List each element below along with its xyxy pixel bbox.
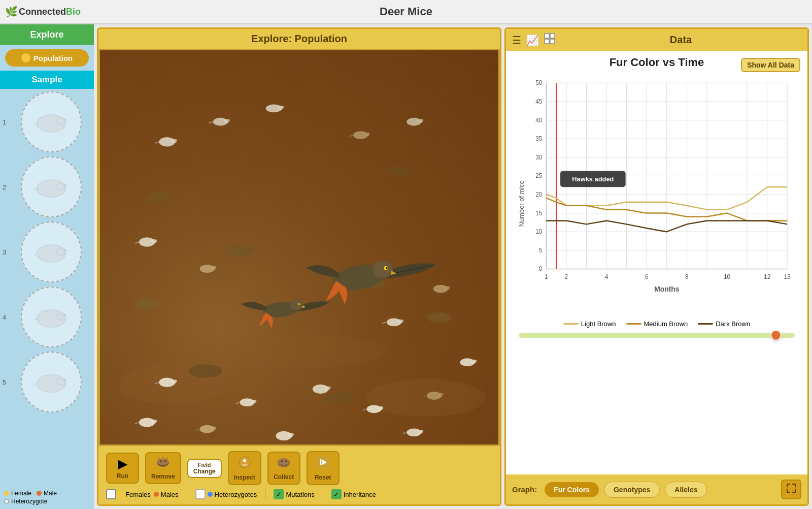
svg-rect-132 — [545, 39, 549, 44]
remove-icon — [156, 456, 170, 471]
light-brown-legend: Light Brown — [563, 320, 616, 328]
sample-item-1[interactable]: 1 — [3, 91, 91, 152]
explore-header: Explore: Population — [98, 29, 500, 49]
divider2 — [265, 489, 265, 499]
svg-line-109 — [382, 322, 386, 324]
svg-point-13 — [64, 249, 65, 251]
het-color-dot — [208, 492, 213, 497]
svg-text:i: i — [244, 458, 245, 462]
main-layout: Explore Population Sample 1 2 — [0, 24, 812, 509]
svg-line-4 — [34, 123, 37, 125]
legend-het-row: Heterozygote — [4, 498, 90, 505]
reset-icon — [316, 455, 330, 472]
population-icon — [21, 53, 30, 62]
svg-text:10: 10 — [535, 228, 543, 235]
svg-point-49 — [367, 133, 370, 135]
legend-area: Female Male Heterozygote — [0, 487, 94, 509]
inspect-label: Inspect — [234, 474, 255, 481]
svg-point-8 — [64, 184, 65, 186]
svg-text:0: 0 — [539, 265, 543, 272]
svg-point-46 — [281, 106, 284, 108]
svg-point-86 — [441, 393, 443, 396]
sample-item-4[interactable]: 4 — [3, 287, 91, 347]
reset-button[interactable]: Reset — [307, 451, 340, 485]
mutations-checkbox[interactable]: ✓ — [274, 489, 284, 499]
chart-icon[interactable]: 📈 — [526, 34, 539, 46]
svg-point-62 — [373, 261, 392, 278]
population-button[interactable]: Population — [5, 49, 89, 67]
collect-icon — [277, 456, 291, 472]
expand-button[interactable] — [781, 480, 801, 499]
heterozygotes-checkbox[interactable] — [195, 489, 206, 499]
top-bar: 🌿 ConnectedBio Deer Mice — [0, 0, 812, 24]
svg-text:15: 15 — [535, 210, 543, 217]
svg-point-3 — [64, 119, 65, 121]
svg-text:40: 40 — [535, 117, 543, 124]
explore-button[interactable]: Explore — [0, 24, 94, 45]
run-button[interactable]: ▶ Run — [106, 453, 139, 484]
sidebar: Explore Population Sample 1 2 — [0, 24, 94, 509]
svg-line-14 — [34, 253, 37, 255]
sample-item-2[interactable]: 2 — [3, 156, 91, 217]
app-logo: 🌿 ConnectedBio — [5, 6, 81, 18]
inspect-button[interactable]: i Inspect — [228, 451, 261, 485]
svg-point-115 — [160, 460, 162, 462]
female-dot — [4, 491, 9, 496]
svg-text:12: 12 — [764, 273, 770, 280]
svg-text:2: 2 — [565, 273, 568, 280]
sample-num-3: 3 — [3, 248, 11, 256]
svg-text:10: 10 — [724, 273, 731, 280]
svg-line-57 — [135, 242, 139, 243]
time-slider[interactable] — [519, 333, 795, 338]
svg-text:8: 8 — [685, 273, 689, 280]
svg-line-24 — [34, 384, 37, 385]
svg-point-82 — [381, 406, 383, 409]
genotypes-button[interactable]: Genotypes — [604, 482, 660, 498]
svg-text:5: 5 — [539, 247, 543, 254]
sample-circle-5 — [21, 352, 82, 412]
time-slider-row — [511, 330, 802, 340]
svg-point-31 — [189, 364, 222, 377]
dark-brown-label: Dark Brown — [716, 320, 750, 328]
alleles-button[interactable]: Alleles — [665, 482, 707, 498]
run-icon: ▶ — [118, 457, 127, 471]
show-all-data-button[interactable]: Show All Data — [741, 58, 800, 72]
population-label: Population — [33, 54, 73, 62]
sample-circle-1 — [21, 91, 82, 152]
list-icon[interactable]: ☰ — [512, 34, 521, 46]
fur-colors-button[interactable]: Fur Colors — [545, 482, 599, 497]
reset-label: Reset — [315, 474, 331, 481]
collect-button[interactable]: Collect — [267, 452, 300, 485]
field-change-button[interactable]: Field Change — [187, 459, 222, 478]
svg-rect-133 — [550, 39, 555, 44]
mutations-checkbox-item[interactable]: ✓ Mutations — [274, 489, 314, 499]
svg-point-23 — [64, 379, 65, 381]
inheritance-checkbox-item[interactable]: ✓ Inheritance — [331, 489, 376, 499]
sample-item-5[interactable]: 5 — [3, 352, 91, 412]
heterozygotes-checkbox-item[interactable]: Heterozygotes — [195, 489, 257, 499]
svg-point-93 — [154, 420, 157, 422]
svg-text:30: 30 — [535, 154, 543, 161]
graph-buttons-row: Graph: Fur Colors Genotypes Alleles — [506, 474, 807, 504]
divider — [187, 489, 187, 499]
sample-header: Sample — [0, 71, 94, 89]
svg-point-108 — [400, 320, 403, 322]
inheritance-checkbox[interactable]: ✓ — [331, 489, 342, 499]
females-checkbox[interactable] — [106, 489, 116, 499]
remove-button[interactable]: Remove — [145, 452, 181, 484]
remove-label: Remove — [151, 473, 175, 480]
run-label: Run — [117, 472, 128, 480]
logo-bio-text: Bio — [66, 7, 81, 17]
table-icon[interactable] — [544, 33, 555, 47]
svg-line-9 — [34, 188, 37, 190]
sample-item-3[interactable]: 3 — [3, 221, 91, 282]
data-header: ☰ 📈 Data — [506, 29, 807, 51]
svg-line-119 — [166, 458, 167, 460]
females-checkbox-item[interactable]: Females Males — [106, 489, 179, 499]
sample-num-5: 5 — [3, 378, 11, 386]
y-axis-label: Number of mice — [518, 180, 525, 227]
center-panel: Explore: Population — [97, 27, 501, 506]
svg-point-26 — [226, 334, 386, 368]
svg-text:1: 1 — [545, 273, 548, 280]
svg-text:6: 6 — [645, 273, 649, 280]
